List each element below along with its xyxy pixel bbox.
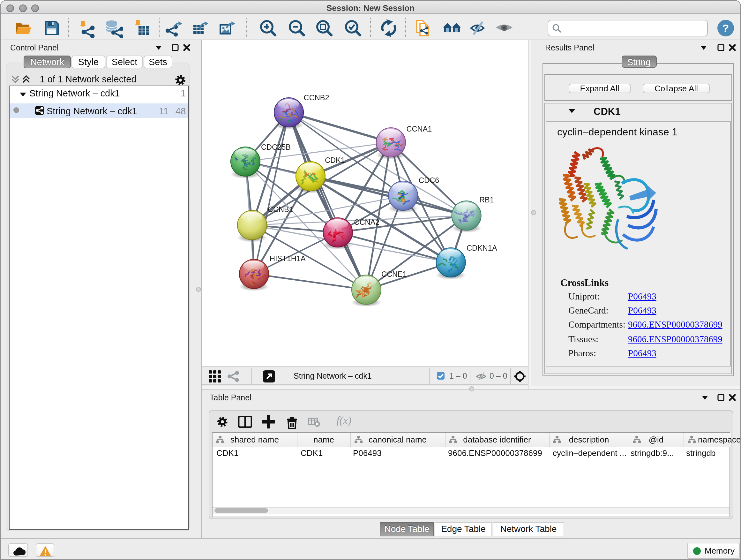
svg-text:CCNB2: CCNB2 [304, 94, 329, 102]
svg-text:CCNA2: CCNA2 [354, 218, 380, 226]
svg-text:CDC6: CDC6 [419, 176, 439, 185]
svg-text:?: ? [723, 22, 729, 34]
svg-text:CDK1: CDK1 [325, 156, 345, 165]
svg-text:HIST1H1A: HIST1H1A [270, 254, 306, 263]
svg-text:CCNB1: CCNB1 [268, 205, 293, 213]
svg-text:RB1: RB1 [479, 196, 494, 204]
svg-text:CDC25B: CDC25B [261, 143, 291, 151]
svg-text:CCNA1: CCNA1 [406, 125, 432, 133]
svg-text:CCNE1: CCNE1 [381, 270, 407, 278]
svg-text:CDKN1A: CDKN1A [467, 244, 497, 252]
